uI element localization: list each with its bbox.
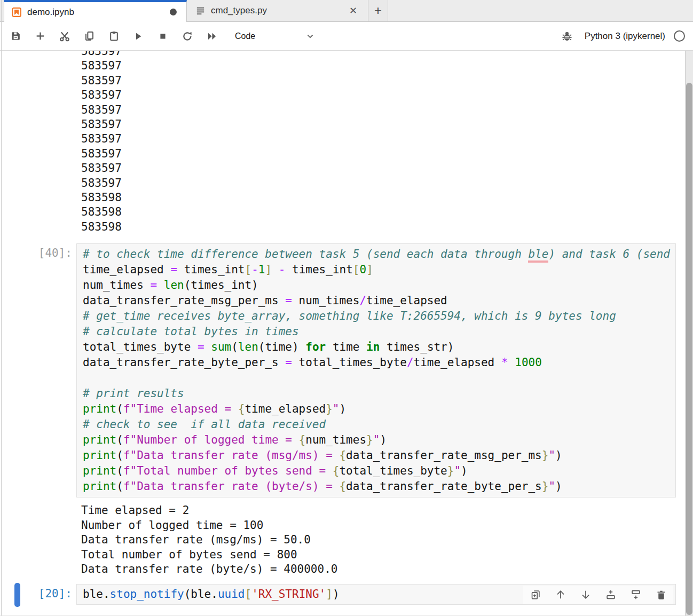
toolbar-right: Python 3 (ipykernel) [559,27,693,46]
code-line [83,370,675,386]
window-border [0,615,693,615]
window-border [1,0,2,616]
tab-cmd-types-py[interactable]: cmd_types.py ✕ [187,0,368,21]
tab-demo-ipynb[interactable]: demo.ipynb [4,0,187,22]
code-line: print(f"Total number of bytes send = {to… [83,463,675,479]
new-tab-button[interactable]: + [368,0,388,21]
output-line: 583597 [81,147,693,161]
interrupt-kernel-button[interactable] [151,27,175,46]
output-line: Number of logged time = 100 [81,518,693,533]
code-editor[interactable]: ble.stop_notify(ble.uuid['RX_STRING']) [76,584,676,605]
move-cell-up-button[interactable] [555,589,566,601]
debugger-bug-icon[interactable] [559,27,575,46]
close-tab-icon[interactable]: ✕ [349,6,357,15]
output-line: 583597 [81,51,693,59]
output-line: 583597 [81,88,693,102]
scrollbar-thumb[interactable] [686,83,692,615]
output-line: 583597 [81,103,693,117]
output-line: 583597 [81,132,693,146]
cell-type-value: Code [235,31,255,41]
code-line: print(f"Data transfer rate (byte/s) = {d… [83,479,675,494]
output-line: 583598 [81,220,693,234]
code-line: num_times = len(times_int) [83,278,675,293]
code-line: total_times_byte = sum(len(time) for tim… [83,339,675,355]
output-line: 583597 [81,176,693,191]
chevron-down-icon [305,31,315,41]
kernel-status-indicator [674,30,685,42]
output-line: Time elapsed = 2 [81,503,693,518]
cut-cells-button[interactable] [52,27,77,46]
vertical-scrollbar [685,51,693,616]
save-button[interactable] [3,27,28,46]
output-line: 583597 [81,74,693,88]
notebook-scroll-area: 5835975835975835975835975835975835975835… [0,51,693,616]
code-line: # calculate total bytes in times [83,324,675,339]
output-line: 583598 [81,205,693,219]
code-line: time_elapsed = times_int[-1] - times_int… [83,262,675,278]
cell-toolbar [523,586,673,604]
output-line: 583597 [81,117,693,132]
cell-40-output: Time elapsed = 2Number of logged time = … [81,503,693,576]
output-line: 583597 [81,59,693,73]
copy-cells-button[interactable] [77,27,101,46]
move-cell-down-button[interactable] [580,589,592,601]
output-line: 583598 [81,191,693,205]
code-line: # to check time difference between task … [83,247,675,262]
unsaved-changes-dot[interactable] [170,9,177,15]
delete-cell-button[interactable] [655,589,667,601]
tab-label: cmd_types.py [211,5,267,16]
duplicate-cell-button[interactable] [530,589,541,601]
output-line: 583597 [81,161,693,176]
run-all-cells-button[interactable] [200,27,224,46]
code-line: data_transfer_rate_byte_per_s = total_ti… [83,355,675,370]
code-line: # get_time receives byte_array, somethin… [83,309,675,324]
code-line: print(f"Number of logged time = {num_tim… [83,432,675,448]
insert-cell-below-button[interactable] [630,589,642,601]
code-line: # print results [83,386,675,401]
code-editor[interactable]: # to check time difference between task … [76,243,676,497]
restart-kernel-button[interactable] [175,27,200,46]
output-line: Total number of bytes send = 800 [81,548,693,562]
input-prompt: [20]: [0,584,72,600]
paste-cells-button[interactable] [101,27,126,46]
code-line: print(f"Data transfer rate (msg/ms) = {d… [83,448,675,463]
code-cell-20: [20]: ble.stop_notify(ble.uuid['RX_STRIN… [0,584,693,605]
insert-cell-button[interactable] [28,27,52,46]
selected-cell-collapser[interactable] [14,583,20,607]
cell-type-dropdown[interactable]: Code [235,31,315,41]
text-file-icon [195,6,206,16]
tab-label: demo.ipynb [27,7,74,18]
notebook-toolbar: Code Python 3 (ipykernel) [0,22,693,51]
output-line: Data transfer rate (byte/s) = 400000.0 [81,562,693,576]
code-line: print(f"Time elapsed = {time_elapsed}") [83,401,675,417]
code-line: # check to see if all data received [83,417,675,432]
input-prompt: [40]: [0,243,72,259]
insert-cell-above-button[interactable] [605,589,617,601]
tab-bar: demo.ipynb cmd_types.py ✕ + [0,0,693,22]
code-cell-40: [40]: # to check time difference between… [0,243,693,497]
notebook-icon [11,7,22,18]
code-line: data_transfer_rate_msg_per_ms = num_time… [83,293,675,309]
output-line: Data transfer rate (msg/ms) = 50.0 [81,533,693,547]
kernel-name[interactable]: Python 3 (ipykernel) [585,31,665,42]
run-cell-button[interactable] [126,27,151,46]
stream-output: 5835975835975835975835975835975835975835… [81,51,693,234]
